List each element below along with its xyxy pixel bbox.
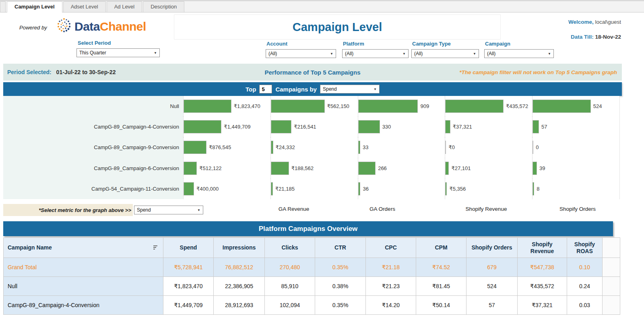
platform-select[interactable]: (All) ▼ — [342, 49, 409, 58]
bar[interactable] — [271, 120, 292, 133]
chart-row-label[interactable]: CampG-89_Campaign-6-Conversion — [3, 158, 183, 179]
metric-cell: 0.38% — [315, 277, 366, 296]
bar-value: ₹512,122 — [199, 165, 221, 171]
bar[interactable] — [445, 120, 450, 133]
chart-row-label[interactable]: CampG-89_Campaign-4-Conversion — [3, 116, 183, 137]
bar[interactable] — [445, 162, 449, 175]
top-label: Top — [246, 86, 256, 93]
bar-value: ₹216,541 — [294, 124, 316, 130]
chart-cell-ga-revenue: ₹21,185 — [270, 179, 358, 199]
metric-cell: ₹74.52 — [416, 258, 466, 277]
top-metric-select[interactable]: Spend ▼ — [320, 85, 380, 94]
bar[interactable] — [533, 100, 591, 113]
select-period-label: Select Period — [78, 40, 111, 46]
bar[interactable] — [358, 120, 380, 133]
chart-cell-ga-orders: 36 — [358, 179, 445, 199]
account-select-value: (All) — [268, 51, 277, 56]
campaign-name-cell[interactable]: CampG-89_Campaign-4-Conversion — [4, 296, 163, 315]
bar-value: ₹1,823,470 — [234, 103, 260, 109]
bar[interactable] — [533, 182, 534, 195]
chart-row: CampG-54_Campaign-11-Conversion₹400,000₹… — [3, 179, 619, 199]
period-select[interactable]: This Quarter ▼ — [76, 48, 160, 57]
col-shopify-roas[interactable]: Shopify ROAS — [567, 238, 603, 258]
chart-cell-shopify-revenue: ₹27,101 — [445, 158, 532, 179]
chart-cell-spend: ₹1,823,470 — [183, 96, 270, 116]
top5-campaigns-chart: Null₹1,823,470₹562,150909₹435,572524Camp… — [3, 96, 620, 199]
bar-value: 524 — [593, 103, 602, 109]
bar[interactable] — [271, 182, 273, 195]
metric-cell: 0.35% — [315, 258, 366, 277]
campaign-select[interactable]: (All) ▼ — [484, 49, 554, 58]
bar[interactable] — [533, 120, 539, 133]
data-till-value: 18-Nov-22 — [594, 34, 621, 40]
platform-select-value: (All) — [345, 51, 353, 56]
col-shopify-orders[interactable]: Shopify Orders — [466, 238, 518, 258]
chart-row-label[interactable]: CampG-54_Campaign-11-Conversion — [3, 179, 183, 199]
chart-cell-ga-orders: 909 — [358, 96, 445, 116]
col-spend[interactable]: Spend — [163, 238, 214, 258]
bar[interactable] — [358, 182, 361, 195]
chart-row-label[interactable]: Null — [3, 96, 183, 116]
bar[interactable] — [184, 120, 221, 133]
platform-label: Platform — [343, 41, 364, 47]
bar[interactable] — [445, 141, 446, 154]
col-shopify-revenue[interactable]: Shopify Revenue — [518, 238, 567, 258]
tab-partial[interactable] — [0, 1, 6, 12]
sort-icon[interactable] — [153, 245, 158, 250]
bar[interactable] — [271, 141, 273, 154]
tab-ad-level[interactable]: Ad Level — [107, 1, 142, 12]
metric-cell: 679 — [466, 258, 518, 277]
bar[interactable] — [358, 141, 360, 154]
col-campaign-name[interactable]: Campaign Name — [4, 238, 163, 258]
tab-campaign-level[interactable]: Campaign Level — [7, 1, 62, 12]
bar[interactable] — [358, 162, 376, 175]
tab-description[interactable]: Description — [143, 1, 184, 12]
top-metric-value: Spend — [323, 86, 337, 92]
col-cpc[interactable]: CPC — [366, 238, 416, 258]
metric-cell: ₹50.14 — [416, 296, 466, 315]
campaign-type-select[interactable]: (All) ▼ — [411, 49, 479, 58]
bar[interactable] — [184, 141, 206, 154]
chevron-down-icon: ▼ — [197, 208, 200, 212]
bar-value: ₹5,356 — [449, 186, 466, 192]
bar[interactable] — [271, 100, 325, 113]
col-cpm[interactable]: CPM — [416, 238, 466, 258]
scrollbar-spacer-cell — [603, 277, 620, 296]
bar[interactable] — [445, 182, 447, 195]
top-n-input[interactable] — [259, 85, 272, 94]
bar[interactable] — [271, 162, 289, 175]
bar[interactable] — [445, 100, 504, 113]
chart-cell-shopify-orders: 39 — [532, 158, 619, 179]
chart-row-label[interactable]: CampG-89_Campaign-9-Conversion — [3, 137, 183, 158]
bar-value: 330 — [382, 124, 391, 130]
brand-data: Data — [74, 20, 100, 33]
bar[interactable] — [184, 100, 231, 113]
bar[interactable] — [358, 100, 418, 113]
col-clicks[interactable]: Clicks — [265, 238, 315, 258]
metric-cell: ₹547,738 — [518, 258, 567, 277]
metric-cell: 0.03 — [567, 296, 603, 315]
bar[interactable] — [184, 182, 194, 195]
campaign-select-value: (All) — [487, 51, 495, 56]
tab-adset-level[interactable]: Adset Level — [63, 1, 106, 12]
bar-value: 57 — [541, 124, 547, 130]
campaign-name-cell[interactable]: Null — [4, 277, 163, 296]
chart-row: CampG-89_Campaign-6-Conversion₹512,122₹1… — [3, 158, 619, 179]
bar[interactable] — [184, 162, 197, 175]
col-ctr[interactable]: CTR — [315, 238, 366, 258]
metric-cell: ₹1,823,470 — [163, 277, 214, 296]
bar[interactable] — [533, 141, 533, 154]
col-impressions[interactable]: Impressions — [214, 238, 265, 258]
chart-cell-shopify-revenue: ₹435,572 — [445, 96, 532, 116]
account-select[interactable]: (All) ▼ — [266, 49, 336, 58]
bar[interactable] — [533, 162, 537, 175]
axis-label-ga-revenue: GA Revenue — [264, 206, 324, 212]
campaign-name-cell[interactable]: Grand Total — [4, 258, 163, 277]
chart-cell-shopify-revenue: ₹37,321 — [445, 116, 532, 137]
campaign-type-label: Campaign Type — [412, 41, 451, 47]
metric-select[interactable]: Spend ▼ — [134, 206, 203, 214]
chart-cell-spend: ₹512,122 — [183, 158, 270, 179]
chart-cell-shopify-orders: 8 — [532, 179, 619, 199]
scrollbar-spacer[interactable] — [603, 238, 620, 258]
metric-cell: 22,386,905 — [214, 277, 265, 296]
